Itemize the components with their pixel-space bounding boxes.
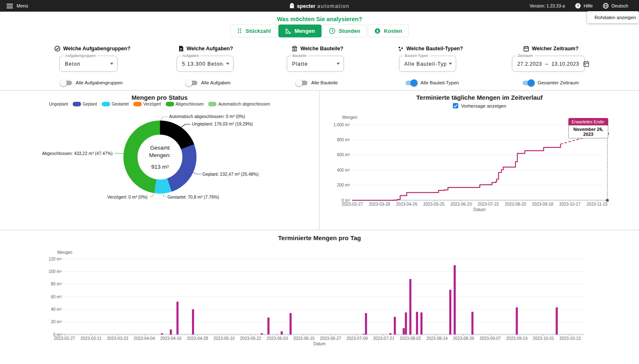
svg-text:Datum: Datum [313, 342, 325, 346]
aufgabengruppen-select[interactable]: Aufgabengruppen Beton [59, 56, 118, 72]
alle-aufgabengruppen-toggle[interactable]: Alle Aufgabengruppen [61, 80, 130, 85]
donut-center: Gesamt Mengen: 913 m³ [138, 135, 182, 180]
daily-bar[interactable] [363, 334, 365, 335]
calendar-icon [523, 46, 529, 52]
toggle-label: Alle Aufgaben [201, 80, 231, 85]
filter-question: Welche Aufgaben? [179, 46, 233, 52]
svg-text:2023-07-09: 2023-07-09 [347, 336, 368, 341]
legend-label: Ungeplant [49, 102, 68, 106]
daily-bar[interactable] [556, 307, 558, 334]
calendar-picker-icon[interactable] [583, 61, 589, 67]
bauteile-select[interactable]: Bauteile Platte [287, 56, 344, 72]
legend-swatch [133, 102, 142, 106]
daily-bar[interactable] [365, 313, 367, 334]
filter-question-label: Welche Bauteile? [300, 46, 343, 52]
daily-bar[interactable] [192, 309, 194, 334]
daily-bar[interactable] [403, 328, 405, 334]
legend-label: Verzögert [143, 102, 161, 106]
help-button[interactable]: ? Hilfe [575, 3, 593, 9]
svg-text:2023-08-14: 2023-08-14 [426, 336, 448, 341]
alle-aufgaben-toggle[interactable]: Alle Aufgaben [186, 80, 233, 85]
chevron-down-icon [449, 63, 452, 65]
svg-text:2023-02-27: 2023-02-27 [54, 336, 75, 341]
svg-text:2023-06-27: 2023-06-27 [320, 336, 342, 341]
component-types-icon [398, 46, 403, 52]
date-from-value[interactable]: 27.2.2023 [517, 61, 542, 67]
tab-mengen[interactable]: Mengen [278, 25, 322, 37]
svg-text:200 m³: 200 m³ [337, 183, 350, 187]
language-label: Deutsch [612, 3, 628, 8]
svg-text:Datum: Datum [473, 207, 485, 212]
daily-bar[interactable] [161, 333, 163, 334]
expected-end-annotation: Erwartetes Ende: November 26, 2023 [568, 118, 608, 138]
select-value: Beton [65, 61, 108, 67]
tab-stunden[interactable]: Stunden [322, 25, 367, 37]
daily-bar[interactable] [416, 312, 418, 334]
svg-text:Mengen: Mengen [57, 250, 72, 255]
toggle-track [61, 81, 72, 85]
svg-text:2023-06-23: 2023-06-23 [450, 202, 472, 207]
svg-text:2023-05-25: 2023-05-25 [423, 202, 445, 207]
daily-bar[interactable] [394, 317, 396, 335]
hamburger-icon [7, 4, 13, 8]
legend-item[interactable]: Geplant [73, 102, 97, 106]
daily-bar[interactable] [472, 312, 474, 334]
daily-bar[interactable] [516, 307, 518, 334]
donut-center-label: Gesamt Mengen: [145, 144, 174, 159]
filter-question-label: Welche Aufgabengruppen? [63, 46, 130, 52]
tab-label: Mengen [295, 28, 315, 34]
alle-bauteile-toggle[interactable]: Alle Bauteile [296, 80, 344, 85]
field-label: Bauteile [291, 54, 308, 58]
aufgaben-select[interactable]: Aufgaben 5.13.300 Betonag… [177, 56, 233, 72]
legend-item[interactable]: Ungeplant [49, 102, 68, 106]
legend-item[interactable]: Gestartet [102, 102, 129, 106]
alle-bauteil-typen-toggle[interactable]: Alle Bauteil-Typen [406, 80, 463, 85]
svg-text:$: $ [376, 29, 379, 33]
callout-abgeschlossen: Abgeschlossen: 433,22 m³ (47.47%) [42, 151, 113, 156]
daily-bar[interactable] [290, 313, 292, 334]
daily-bars-chart-canvas: 0 m³20 m³40 m³60 m³80 m³100 m³120 m³Meng… [0, 230, 639, 364]
daily-bar[interactable] [177, 302, 179, 334]
svg-text:2023-07-22: 2023-07-22 [478, 202, 499, 207]
app-root: Menü specter automation Version: 1.23.33… [0, 0, 639, 364]
brand-suffix: automation [317, 3, 350, 9]
field-label: Aufgabengruppen [64, 54, 98, 58]
svg-text:2023-03-23: 2023-03-23 [107, 336, 129, 341]
bauteil-typen-select[interactable]: Bauteil-Typen Alle Bauteil-Typen [399, 56, 456, 72]
legend-item[interactable]: Automatisch abgeschlossen [208, 102, 270, 106]
filter-bauteile: Welche Bauteile? Bauteile Platte Alle Ba… [287, 46, 344, 85]
daily-bar[interactable] [449, 290, 451, 334]
daily-bar[interactable] [389, 333, 391, 334]
date-to-value[interactable]: 13.10.2023 [551, 61, 579, 67]
legend-item[interactable]: Abgeschlossen [166, 102, 204, 106]
svg-text:2023-04-26: 2023-04-26 [396, 202, 418, 207]
clock-icon [329, 28, 335, 34]
daily-bar[interactable] [268, 317, 270, 334]
daily-bar[interactable] [409, 279, 411, 335]
daily-bar[interactable] [281, 331, 283, 334]
tab-stueckzahl[interactable]: Stückzahl [230, 25, 278, 37]
legend-swatch [102, 102, 110, 106]
language-button[interactable]: Deutsch [603, 3, 628, 9]
daily-bar[interactable] [261, 333, 263, 334]
daily-bar[interactable] [420, 312, 423, 334]
toggle-track [186, 81, 197, 85]
gesamter-zeitraum-toggle[interactable]: Gesamter Zeitraum [523, 80, 585, 85]
daily-bar[interactable] [170, 330, 172, 334]
svg-text:120 m³: 120 m³ [49, 257, 62, 261]
legend-item[interactable]: Verzögert [133, 102, 161, 106]
filter-aufgabengruppen: Welche Aufgabengruppen? Aufgabengruppen … [54, 46, 130, 85]
zeitraum-date-range-input[interactable]: Zeitraum 27.2.2023 – 13.10.2023 [512, 56, 585, 72]
svg-text:20 m³: 20 m³ [51, 320, 61, 324]
daily-bar[interactable] [405, 312, 407, 334]
tab-kosten[interactable]: $ Kosten [368, 25, 409, 37]
filter-question-label: Welche Aufgaben? [187, 46, 233, 52]
legend-label: Automatisch abgeschlossen [218, 102, 270, 106]
menu-button[interactable]: Menü [7, 3, 28, 8]
daily-bar[interactable] [454, 265, 456, 334]
show-raw-data-button[interactable]: Rohdaten anzeigen [587, 11, 639, 23]
select-value: 5.13.300 Betonag… [182, 61, 224, 67]
svg-text:2023-05-22: 2023-05-22 [240, 336, 262, 341]
svg-text:600 m³: 600 m³ [337, 152, 350, 157]
toggle-label: Alle Bauteil-Typen [420, 80, 459, 85]
